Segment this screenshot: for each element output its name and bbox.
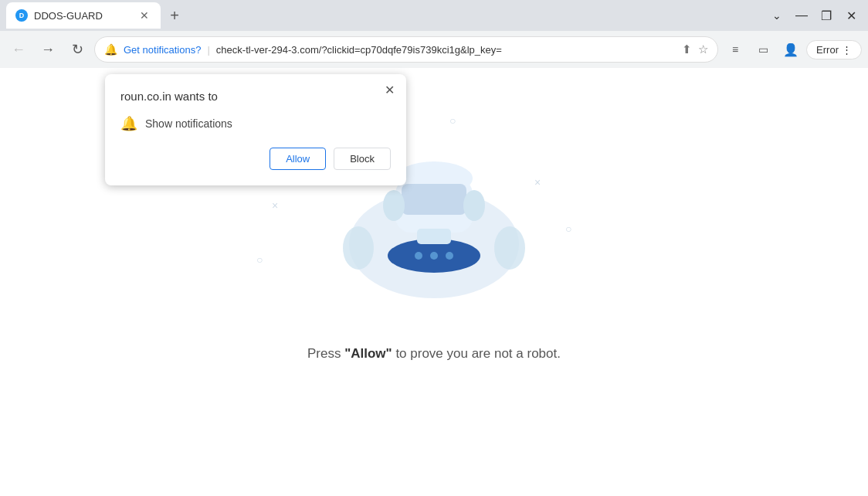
profile-icon[interactable]: 👤 xyxy=(778,37,803,62)
popup-notification-row: 🔔 Show notifications xyxy=(120,115,391,132)
page-content: ✕ roun.co.in wants to 🔔 Show notificatio… xyxy=(0,68,868,496)
address-bar[interactable]: 🔔 Get notifications? | check-tl-ver-294-… xyxy=(94,36,718,63)
tab-title: DDOS-GUARD xyxy=(34,10,131,22)
nav-right: ≡ ▭ 👤 Error ⋮ xyxy=(723,37,862,62)
svg-rect-12 xyxy=(417,229,451,244)
sidebar-icon[interactable]: ▭ xyxy=(751,37,775,62)
star-icon[interactable]: ☆ xyxy=(698,42,708,56)
page-caption: Press "Allow" to prove you are not a rob… xyxy=(307,346,561,362)
popup-bell-icon: 🔔 xyxy=(120,115,137,132)
back-button[interactable]: ← xyxy=(6,37,31,62)
svg-point-9 xyxy=(446,252,453,260)
svg-point-5 xyxy=(463,190,485,221)
svg-point-10 xyxy=(343,226,374,270)
url-text: check-tl-ver-294-3.com/?clickid=cp70dqfe… xyxy=(216,44,676,56)
svg-point-7 xyxy=(415,252,422,260)
browser-window: D DDOS-GUARD ✕ + ⌄ — ❐ ✕ ← → ↻ 🔔 Get not… xyxy=(0,0,868,496)
nav-bar: ← → ↻ 🔔 Get notifications? | check-tl-ve… xyxy=(0,31,868,68)
reading-list-icon[interactable]: ≡ xyxy=(723,37,748,62)
popup-title: roun.co.in wants to xyxy=(120,90,391,103)
tab-close-button[interactable]: ✕ xyxy=(137,8,151,22)
new-tab-button[interactable]: + xyxy=(164,5,185,26)
get-notifications-label: Get notifications? xyxy=(124,44,201,56)
separator: | xyxy=(207,44,209,56)
active-tab[interactable]: D DDOS-GUARD ✕ xyxy=(6,2,161,29)
close-button[interactable]: ✕ xyxy=(840,5,862,26)
block-button[interactable]: Block xyxy=(334,148,391,170)
address-bar-wrap: 🔔 Get notifications? | check-tl-ver-294-… xyxy=(94,36,718,63)
reload-button[interactable]: ↻ xyxy=(65,37,90,62)
deco-circle-4: ○ xyxy=(256,253,263,266)
svg-point-11 xyxy=(494,226,525,270)
deco-circle-3: ○ xyxy=(565,223,571,235)
window-controls: ⌄ — ❐ ✕ xyxy=(766,5,862,26)
popup-actions: Allow Block xyxy=(120,148,391,170)
minimize-button[interactable]: — xyxy=(791,5,812,26)
tab-bar: D DDOS-GUARD ✕ + xyxy=(6,2,763,29)
caption-suffix: to prove you are not a robot. xyxy=(392,346,561,361)
share-icon[interactable]: ⬆ xyxy=(682,42,692,56)
notification-bell-icon: 🔔 xyxy=(104,43,117,56)
error-button[interactable]: Error ⋮ xyxy=(806,40,862,59)
popup-description: Show notifications xyxy=(145,117,232,130)
caption-highlight: "Allow" xyxy=(344,346,392,361)
allow-button[interactable]: Allow xyxy=(270,148,326,170)
tab-favicon: D xyxy=(15,9,28,22)
popup-close-button[interactable]: ✕ xyxy=(380,80,398,99)
chevron-down-button[interactable]: ⌄ xyxy=(766,5,788,26)
svg-point-8 xyxy=(430,252,438,260)
forward-button[interactable]: → xyxy=(36,37,60,62)
notification-popup: ✕ roun.co.in wants to 🔔 Show notificatio… xyxy=(105,74,406,185)
deco-cross-1: × xyxy=(272,199,278,212)
error-label: Error xyxy=(816,44,839,56)
maximize-button[interactable]: ❐ xyxy=(815,5,837,26)
deco-circle-2: ○ xyxy=(449,114,456,127)
svg-rect-3 xyxy=(402,184,466,215)
caption-prefix: Press xyxy=(307,346,344,361)
title-bar: D DDOS-GUARD ✕ + ⌄ — ❐ ✕ xyxy=(0,0,868,31)
svg-point-4 xyxy=(383,190,405,221)
more-icon: ⋮ xyxy=(842,44,852,56)
